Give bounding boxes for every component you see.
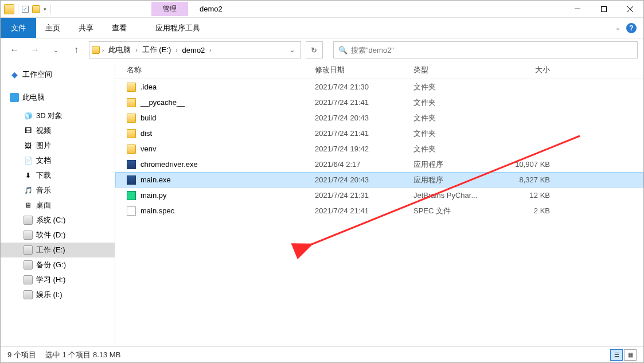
status-item-count: 9 个项目 <box>7 350 36 360</box>
file-row[interactable]: dist2021/7/24 21:41文件夹 <box>115 126 643 141</box>
col-type[interactable]: 类型 <box>413 65 504 75</box>
ribbon-tab-apptools[interactable]: 应用程序工具 <box>146 18 209 38</box>
navigation-bar: ← → ⌄ ↑ › 此电脑 › 工作 (E:) › demo2 › ⌄ ↻ 🔍 <box>1 38 643 61</box>
file-date: 2021/7/24 21:41 <box>315 206 413 215</box>
ribbon-tab-view[interactable]: 查看 <box>103 18 136 38</box>
view-buttons: ☰ ▦ <box>610 349 637 361</box>
back-button[interactable]: ← <box>6 42 22 58</box>
chevron-right-icon[interactable]: › <box>135 47 137 53</box>
drive-icon <box>24 216 33 225</box>
view-icons-button[interactable]: ▦ <box>624 349 637 361</box>
sidebar-item[interactable]: 娱乐 (I:) <box>1 287 115 302</box>
file-type: SPEC 文件 <box>413 206 504 216</box>
sidebar-label: 此电脑 <box>22 92 45 103</box>
refresh-button[interactable]: ↻ <box>306 41 323 58</box>
video-icon: 🎞 <box>24 126 33 135</box>
sidebar-item[interactable]: ⬇下载 <box>1 168 115 183</box>
svg-rect-0 <box>575 9 580 9</box>
file-date: 2021/7/24 21:30 <box>315 83 413 91</box>
ribbon-file-tab[interactable]: 文件 <box>1 18 36 38</box>
view-details-button[interactable]: ☰ <box>610 349 623 361</box>
context-tab-header: 管理 <box>151 2 188 16</box>
sidebar-item[interactable]: 系统 (C:) <box>1 213 115 228</box>
file-name: chromedriver.exe <box>140 160 198 169</box>
folder-icon <box>127 145 136 154</box>
chevron-right-icon[interactable]: › <box>102 47 104 53</box>
file-icon <box>127 160 136 169</box>
folder-icon[interactable] <box>32 5 40 13</box>
drive-icon <box>24 290 33 299</box>
maximize-button[interactable] <box>591 1 617 18</box>
folder-icon <box>92 46 100 54</box>
file-name: venv <box>140 145 156 153</box>
address-dropdown-icon[interactable]: ⌄ <box>286 46 298 54</box>
sidebar-item[interactable]: 软件 (D:) <box>1 228 115 243</box>
file-row[interactable]: build2021/7/24 20:43文件夹 <box>115 110 643 126</box>
sidebar-item[interactable]: 🖼图片 <box>1 138 115 153</box>
minimize-button[interactable] <box>564 1 591 18</box>
ribbon-tab-share[interactable]: 共享 <box>69 18 103 38</box>
recent-dropdown[interactable]: ⌄ <box>48 42 64 58</box>
ribbon: 文件 主页 共享 查看 应用程序工具 ⌄ ? <box>1 18 643 38</box>
download-icon: ⬇ <box>24 171 33 180</box>
up-button[interactable]: ↑ <box>68 42 84 58</box>
sidebar-item-label: 音乐 <box>36 185 51 196</box>
sidebar-workspace[interactable]: ◆ 工作空间 <box>1 67 115 82</box>
file-row[interactable]: main.py2021/7/24 21:31JetBrains PyChar..… <box>115 188 643 203</box>
sidebar-item[interactable]: 🎞视频 <box>1 123 115 138</box>
search-icon: 🔍 <box>338 46 348 54</box>
close-button[interactable] <box>617 1 643 18</box>
file-row[interactable]: chromedriver.exe2021/6/4 2:17应用程序10,907 … <box>115 157 643 172</box>
crumb-folder[interactable]: demo2 <box>180 45 208 56</box>
svg-rect-1 <box>602 6 607 11</box>
file-icon <box>127 191 136 200</box>
sidebar-item[interactable]: 🖥桌面 <box>1 198 115 213</box>
col-size[interactable]: 大小 <box>504 65 561 75</box>
sidebar-item[interactable]: 备份 (G:) <box>1 257 115 272</box>
crumb-drive[interactable]: 工作 (E:) <box>140 44 174 56</box>
desktop-icon: 🖥 <box>24 201 33 210</box>
search-input[interactable] <box>351 46 633 54</box>
file-rows[interactable]: .idea2021/7/24 21:30文件夹__pycache__2021/7… <box>115 79 643 348</box>
sidebar-item[interactable]: 学习 (H:) <box>1 272 115 287</box>
file-row[interactable]: venv2021/7/24 19:42文件夹 <box>115 141 643 157</box>
navigation-pane[interactable]: ◆ 工作空间 此电脑 🧊3D 对象🎞视频🖼图片📄文档⬇下载🎵音乐🖥桌面系统 (C… <box>1 61 115 348</box>
drive-icon <box>24 275 33 284</box>
forward-button[interactable]: → <box>27 42 43 58</box>
sidebar-this-pc[interactable]: 此电脑 <box>1 90 115 105</box>
folder-icon <box>127 83 136 92</box>
drive-icon <box>24 260 33 270</box>
file-date: 2021/7/24 21:41 <box>315 98 413 107</box>
chevron-right-icon[interactable]: › <box>209 47 211 53</box>
search-box[interactable]: 🔍 <box>333 41 638 58</box>
sidebar-item-label: 系统 (C:) <box>36 215 65 225</box>
file-type: 文件夹 <box>413 144 504 154</box>
file-type: 文件夹 <box>413 82 504 92</box>
help-icon[interactable]: ? <box>626 23 637 33</box>
chevron-right-icon[interactable]: › <box>175 47 177 53</box>
file-row[interactable]: main.spec2021/7/24 21:41SPEC 文件2 KB <box>115 203 643 218</box>
file-size: 8,327 KB <box>504 175 561 184</box>
sidebar-item[interactable]: 🧊3D 对象 <box>1 108 115 123</box>
sidebar-item[interactable]: 工作 (E:) <box>1 243 115 257</box>
sidebar-item[interactable]: 🎵音乐 <box>1 183 115 198</box>
file-icon <box>127 206 136 216</box>
music-icon: 🎵 <box>24 186 33 195</box>
crumb-this-pc[interactable]: 此电脑 <box>106 44 133 56</box>
column-headers: 名称 修改日期 类型 大小 <box>115 61 643 79</box>
chevron-down-icon[interactable]: ⌄ <box>615 24 620 32</box>
sidebar-item-label: 软件 (D:) <box>36 230 65 240</box>
file-row[interactable]: __pycache__2021/7/24 21:41文件夹 <box>115 95 643 110</box>
sidebar-item[interactable]: 📄文档 <box>1 153 115 168</box>
checkbox-icon[interactable]: ✓ <box>22 6 29 13</box>
file-row[interactable]: .idea2021/7/24 21:30文件夹 <box>115 79 643 95</box>
file-row[interactable]: main.exe2021/7/24 20:43应用程序8,327 KB <box>115 172 643 188</box>
file-name: main.py <box>140 191 167 200</box>
file-date: 2021/7/24 20:43 <box>315 114 413 122</box>
address-bar[interactable]: › 此电脑 › 工作 (E:) › demo2 › ⌄ <box>89 41 301 58</box>
ribbon-tab-home[interactable]: 主页 <box>36 18 69 38</box>
file-type: 文件夹 <box>413 128 504 139</box>
col-name[interactable]: 名称 <box>127 65 315 75</box>
col-date[interactable]: 修改日期 <box>315 65 413 75</box>
dropdown-icon[interactable]: ▾ <box>44 6 46 12</box>
